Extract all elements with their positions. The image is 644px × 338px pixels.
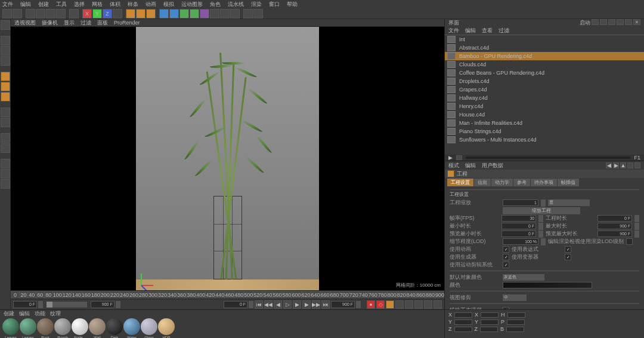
file-item[interactable]: Coffee Beans - GPU Rendering.c4d <box>445 69 644 77</box>
timeline-tick[interactable]: 180 <box>91 291 100 299</box>
timeline-tick[interactable]: 220 <box>110 291 119 299</box>
range-start-field[interactable]: 0 F <box>13 301 37 308</box>
file-item[interactable]: Hallway.c4d <box>445 94 644 102</box>
z-axis-lock[interactable]: Z <box>103 9 112 19</box>
nav-fwd-icon[interactable]: ▶ <box>613 162 619 168</box>
spinner[interactable] <box>356 301 361 308</box>
spinner[interactable] <box>538 231 543 238</box>
timeline-ruler[interactable]: 0204060801001201401601802002202402602803… <box>11 290 444 299</box>
menu-item[interactable]: 流水线 <box>228 1 244 8</box>
file-item[interactable]: Grapes.c4d <box>445 85 644 94</box>
make-editable-button[interactable] <box>1 20 10 30</box>
timeline-tick[interactable]: 780 <box>377 291 387 299</box>
layout-btn[interactable] <box>600 19 607 25</box>
num-field[interactable]: 0 F <box>501 231 537 237</box>
spinner[interactable] <box>541 199 546 207</box>
add-spline-button[interactable] <box>169 9 179 19</box>
file-item[interactable]: Bamboo - GPU Rendering.c4d <box>445 52 644 60</box>
sub-tab-ref[interactable]: 参考 <box>513 179 530 186</box>
timeline-tick[interactable]: 860 <box>416 291 425 299</box>
file-item[interactable]: Sunflowers - Multi Instances.c4d <box>445 136 644 144</box>
view-tab[interactable]: ProRender <box>114 20 140 26</box>
timeline-tick[interactable]: 540 <box>262 291 272 299</box>
timeline-tick[interactable]: 680 <box>330 291 339 299</box>
sub-tab-info[interactable]: 信息 <box>474 179 491 186</box>
close-icon[interactable]: × <box>633 19 640 25</box>
menu-icon[interactable] <box>634 162 640 168</box>
viewport-menu[interactable]: 透视视图 摄像机 显示 过滤 面板 ProRender <box>11 19 444 27</box>
timeline-tick[interactable]: 140 <box>72 291 81 299</box>
render-settings-button[interactable] <box>146 9 156 19</box>
mat-tab[interactable]: 创建 <box>4 310 14 318</box>
nav-up-icon[interactable]: ▲ <box>620 162 626 168</box>
menu-item[interactable]: 文件 <box>2 1 13 8</box>
timeline-tick[interactable]: 340 <box>167 291 177 299</box>
next-frame-button[interactable]: ▶ <box>302 300 311 309</box>
file-item[interactable]: Man - Infinite Realities.c4d <box>445 119 644 127</box>
current-frame-field[interactable]: 0 F <box>224 301 247 308</box>
checkbox[interactable] <box>503 262 509 268</box>
checkbox[interactable] <box>503 246 509 253</box>
timeline-tick[interactable]: 80 <box>44 291 52 299</box>
planar-workplane[interactable] <box>1 179 10 189</box>
size-z-field[interactable] <box>480 327 498 332</box>
file-item[interactable]: Henry.c4d <box>445 102 644 110</box>
browser-menu[interactable]: 文件 编辑 查看 过滤 <box>445 27 644 35</box>
num-field[interactable]: 0 F <box>501 223 537 229</box>
menu-item[interactable]: 角色 <box>210 1 221 8</box>
timeline-tick[interactable]: 480 <box>234 291 243 299</box>
pos-key[interactable] <box>395 300 404 309</box>
lod-checkbox[interactable] <box>626 238 633 245</box>
menu-item[interactable]: 选择 <box>74 1 85 8</box>
scale-key[interactable] <box>405 300 413 309</box>
attr-tab[interactable]: 用户数据 <box>482 162 503 170</box>
goto-start-button[interactable]: ⏮ <box>255 300 263 309</box>
range-slider[interactable] <box>47 302 87 308</box>
material-menu[interactable]: 创建 编辑 功能 纹理 <box>0 310 444 317</box>
browser-tab[interactable]: 文件 <box>448 27 459 35</box>
timeline-tick[interactable]: 20 <box>19 291 27 299</box>
menu-item[interactable]: 网格 <box>92 1 103 8</box>
edges-mode[interactable] <box>1 82 10 91</box>
num-field[interactable]: 900 F <box>597 231 633 237</box>
timeline-tick[interactable]: 380 <box>186 291 196 299</box>
prev-key-button[interactable]: ◀◀ <box>264 300 273 309</box>
menu-item[interactable]: 体积 <box>110 1 120 8</box>
timeline-tick[interactable]: 160 <box>81 291 91 299</box>
timeline-tick[interactable]: 280 <box>138 291 148 299</box>
lock-icon[interactable] <box>627 162 633 168</box>
timeline-tick[interactable]: 460 <box>224 291 234 299</box>
timeline-tick[interactable]: 240 <box>119 291 129 299</box>
play-back-button[interactable]: ▷ <box>283 300 292 309</box>
color-swatch[interactable] <box>503 282 592 288</box>
attr-tab[interactable]: 模式 <box>448 162 459 170</box>
layout-btn[interactable] <box>608 19 615 25</box>
menu-item[interactable]: 运动图形 <box>181 1 203 8</box>
mat-tab[interactable]: 功能 <box>35 310 45 318</box>
menu-item[interactable]: 样条 <box>128 1 138 8</box>
model-mode[interactable] <box>1 36 10 45</box>
main-menu[interactable]: 文件 编辑 创建 工具 选择 网格 体积 样条 动画 模拟 运动图形 角色 流水… <box>0 0 644 8</box>
viewport-render[interactable] <box>136 27 319 290</box>
checkbox[interactable] <box>565 246 571 253</box>
view-tab[interactable]: 摄像机 <box>42 19 58 27</box>
material-list[interactable]: LeavesLeavesRockRoughNode...WallDarkWate… <box>0 317 444 338</box>
timeline-tick[interactable]: 560 <box>272 291 281 299</box>
polygons-mode[interactable] <box>1 92 10 102</box>
timeline-tick[interactable]: 660 <box>320 291 330 299</box>
layout-name[interactable]: 启动 <box>580 19 590 27</box>
material-item[interactable]: Leaves <box>2 318 19 338</box>
view-clip-dropdown[interactable]: 中 <box>503 294 527 301</box>
layout-btn[interactable] <box>592 19 599 25</box>
add-light-button[interactable] <box>230 9 240 19</box>
timeline-tick[interactable]: 800 <box>387 291 397 299</box>
pos-x-field[interactable] <box>454 312 472 318</box>
timeline-tick[interactable]: 500 <box>243 291 253 299</box>
add-environment-button[interactable] <box>210 9 219 19</box>
timeline-tick[interactable]: 760 <box>368 291 377 299</box>
material-item[interactable]: Glass <box>141 318 157 338</box>
file-item[interactable]: Piano Strings.c4d <box>445 127 644 136</box>
undo-button[interactable] <box>2 9 12 19</box>
y-axis-lock[interactable]: Y <box>92 9 102 19</box>
spinner[interactable] <box>116 301 120 308</box>
